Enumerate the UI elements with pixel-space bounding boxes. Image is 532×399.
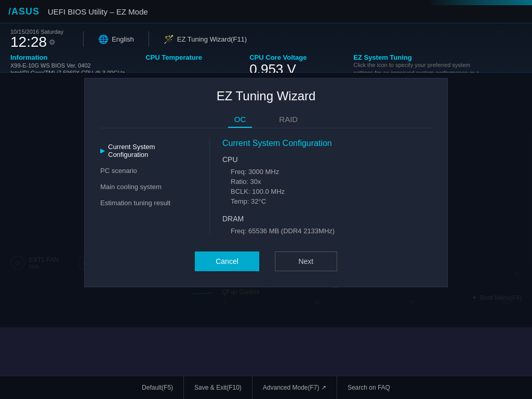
modal-tabs: OC RAID bbox=[100, 112, 432, 128]
ez-tuning-modal: EZ Tuning Wizard OC RAID ▶ Current Syste… bbox=[84, 78, 448, 287]
bottom-search[interactable]: Search on FAQ bbox=[337, 376, 401, 399]
bottom-bar: Default(F5) Save & Exit(F10) Advanced Mo… bbox=[0, 376, 532, 399]
modal-title: EZ Tuning Wizard bbox=[100, 89, 432, 103]
ez-tuning-label: EZ Tuning Wizard(F11) bbox=[177, 35, 247, 43]
cpu-row-2: BCLK: 100.0 MHz bbox=[222, 187, 432, 196]
modal-footer: Cancel Next bbox=[100, 251, 432, 271]
top-bar: /ASUS UEFI BIOS Utility – EZ Mode bbox=[0, 0, 532, 23]
bios-info-line1: X99-E-10G WS BIOS Ver. 0402 bbox=[10, 62, 125, 69]
nav-estimation[interactable]: Estimation tuning result bbox=[100, 195, 194, 211]
modal-detail: Current System Configuration CPU Freq: 3… bbox=[209, 139, 432, 236]
tab-oc[interactable]: OC bbox=[228, 112, 252, 128]
main-content: ⊙ EXT1 FAN N/A ⊙ EXT2 FAN N/A ⊙ EXT3 FAN… bbox=[0, 73, 532, 327]
bios-title: UEFI BIOS Utility – EZ Mode bbox=[48, 7, 148, 16]
cpu-row-3: Temp: 32°C bbox=[222, 196, 432, 206]
cpu-row-0: Freq: 3000 MHz bbox=[222, 167, 432, 177]
tab-raid[interactable]: RAID bbox=[273, 112, 304, 128]
bottom-advanced[interactable]: Advanced Mode(F7) ↗ bbox=[252, 376, 337, 399]
next-button[interactable]: Next bbox=[275, 251, 337, 271]
cpu-section-label: CPU bbox=[222, 155, 432, 164]
detail-title: Current System Configuration bbox=[222, 139, 432, 148]
language-label: English bbox=[112, 35, 134, 43]
datetime: 10/15/2016 Saturday 12:28 ⚙ bbox=[10, 29, 63, 49]
ez-system-label: EZ System Tuning bbox=[353, 54, 488, 61]
header: 10/15/2016 Saturday 12:28 ⚙ 🌐 English 🪄 … bbox=[0, 23, 532, 73]
nav-current-config[interactable]: ▶ Current System Configuration bbox=[100, 139, 194, 163]
divider2 bbox=[149, 31, 149, 47]
cpu-voltage-label: CPU Core Voltage bbox=[249, 54, 332, 61]
ez-tuning-button[interactable]: 🪄 EZ Tuning Wizard(F11) bbox=[164, 34, 247, 44]
time-display: 12:28 bbox=[10, 35, 47, 49]
modal-body: ▶ Current System Configuration PC scenar… bbox=[100, 139, 432, 236]
bottom-default[interactable]: Default(F5) bbox=[131, 376, 184, 399]
dram-section-label: DRAM bbox=[222, 215, 432, 223]
cpu-row-1: Ratio: 30x bbox=[222, 177, 432, 187]
globe-icon: 🌐 bbox=[98, 34, 109, 44]
nav-arrow-icon: ▶ bbox=[100, 147, 105, 154]
bottom-save-exit[interactable]: Save & Exit(F10) bbox=[184, 376, 252, 399]
modal-nav: ▶ Current System Configuration PC scenar… bbox=[100, 139, 194, 236]
cancel-button[interactable]: Cancel bbox=[195, 251, 259, 271]
nav-pc-scenario[interactable]: PC scenario bbox=[100, 163, 194, 179]
language-button[interactable]: 🌐 English bbox=[98, 34, 134, 44]
wand-icon: 🪄 bbox=[164, 34, 174, 44]
modal-overlay: EZ Tuning Wizard OC RAID ▶ Current Syste… bbox=[0, 73, 532, 327]
settings-icon[interactable]: ⚙ bbox=[49, 38, 56, 46]
divider bbox=[83, 31, 84, 47]
asus-logo: /ASUS bbox=[8, 6, 39, 17]
nav-main-cooling[interactable]: Main cooling system bbox=[100, 179, 194, 195]
dram-row-0: Freq: 65536 MB (DDR4 2133MHz) bbox=[222, 226, 432, 236]
info-label: Information bbox=[10, 54, 125, 61]
cpu-temp-label: CPU Temperature bbox=[145, 54, 229, 61]
